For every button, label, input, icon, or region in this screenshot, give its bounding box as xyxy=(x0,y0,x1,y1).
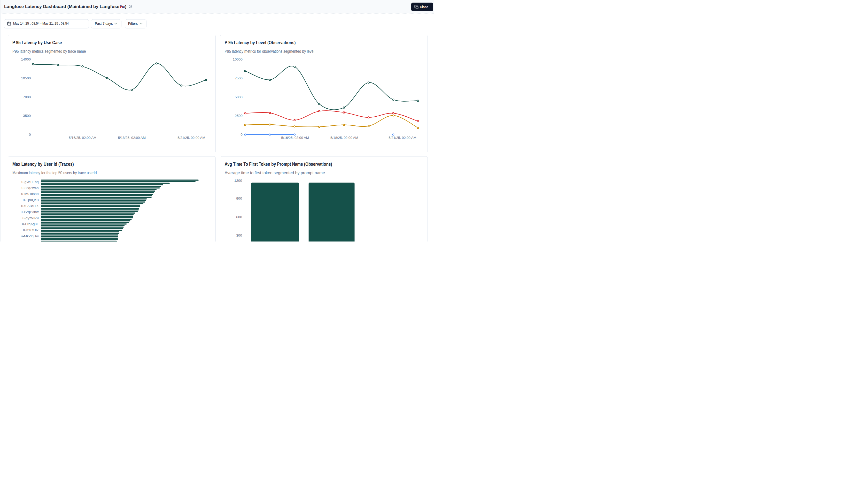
svg-text:5/21/25, 02:00 AM: 5/21/25, 02:00 AM xyxy=(178,136,205,140)
svg-text:u-zVqP3hw: u-zVqP3hw xyxy=(21,210,39,214)
svg-text:10500: 10500 xyxy=(21,76,31,80)
svg-text:900: 900 xyxy=(236,197,242,200)
svg-text:Maximum latency for the top 50: Maximum latency for the top 50 users by … xyxy=(12,171,97,175)
svg-text:P 95 Latency by Use Case: P 95 Latency by Use Case xyxy=(12,40,62,45)
svg-text:May 14, 25 : 08:54 - May 21, 2: May 14, 25 : 08:54 - May 21, 25 : 08:54 xyxy=(13,22,69,25)
svg-text:7000: 7000 xyxy=(23,95,31,99)
svg-text:7500: 7500 xyxy=(235,76,243,80)
svg-text:Average time to first token se: Average time to first token segmented by… xyxy=(225,171,325,175)
svg-text:u-FrqAg8L: u-FrqAg8L xyxy=(22,222,39,226)
svg-text:u-3Y8fUi7: u-3Y8fUi7 xyxy=(23,228,38,232)
svg-text:Clone: Clone xyxy=(420,5,428,9)
svg-text:0: 0 xyxy=(241,133,243,137)
svg-text:u-gWTiFbq: u-gWTiFbq xyxy=(22,180,39,184)
svg-text:Avg Time To First Token by Pro: Avg Time To First Token by Prompt Name (… xyxy=(225,161,332,167)
svg-text:u-TjruQe8: u-TjruQe8 xyxy=(23,198,38,202)
svg-text:u-tFAR5TX: u-tFAR5TX xyxy=(21,204,38,208)
svg-text:5/18/25, 02:00 AM: 5/18/25, 02:00 AM xyxy=(118,136,146,140)
svg-text:5000: 5000 xyxy=(235,95,243,99)
svg-text:600: 600 xyxy=(236,215,242,219)
svg-text:5/21/25, 02:00 AM: 5/21/25, 02:00 AM xyxy=(389,136,416,140)
svg-text:14000: 14000 xyxy=(21,57,31,61)
svg-text:u-MkZlgHw: u-MkZlgHw xyxy=(21,234,39,238)
svg-text:P95 latency metrics for observ: P95 latency metrics for observations seg… xyxy=(225,49,314,54)
svg-text:300: 300 xyxy=(236,233,242,237)
svg-text:0: 0 xyxy=(29,133,31,137)
svg-text:Max Latency by User Id (Traces: Max Latency by User Id (Traces) xyxy=(12,161,74,167)
svg-text:): ) xyxy=(125,4,127,9)
svg-text:5/18/25, 02:00 AM: 5/18/25, 02:00 AM xyxy=(331,136,358,140)
svg-text:u-8sq2w4a: u-8sq2w4a xyxy=(22,186,39,190)
svg-text:P 95 Latency by Level (Observa: P 95 Latency by Level (Observations) xyxy=(225,40,296,45)
svg-text:5/16/25, 02:00 AM: 5/16/25, 02:00 AM xyxy=(69,136,96,140)
svg-text:1200: 1200 xyxy=(234,179,242,182)
svg-text:Past 7 days: Past 7 days xyxy=(95,22,113,26)
svg-text:Filters: Filters xyxy=(128,22,138,26)
svg-text:5/16/25, 02:00 AM: 5/16/25, 02:00 AM xyxy=(281,136,309,140)
svg-text:u-gyzVIP9: u-gyzVIP9 xyxy=(23,216,39,220)
svg-text:u-M9Tosno: u-M9Tosno xyxy=(21,192,38,196)
svg-text:Langfuse Latency Dashboard (Ma: Langfuse Latency Dashboard (Maintained b… xyxy=(4,4,119,9)
svg-text:3500: 3500 xyxy=(23,114,31,118)
svg-text:2500: 2500 xyxy=(235,114,243,118)
svg-text:P95 latency metrics segmented: P95 latency metrics segmented by trace n… xyxy=(12,49,86,54)
svg-text:10000: 10000 xyxy=(233,57,243,61)
